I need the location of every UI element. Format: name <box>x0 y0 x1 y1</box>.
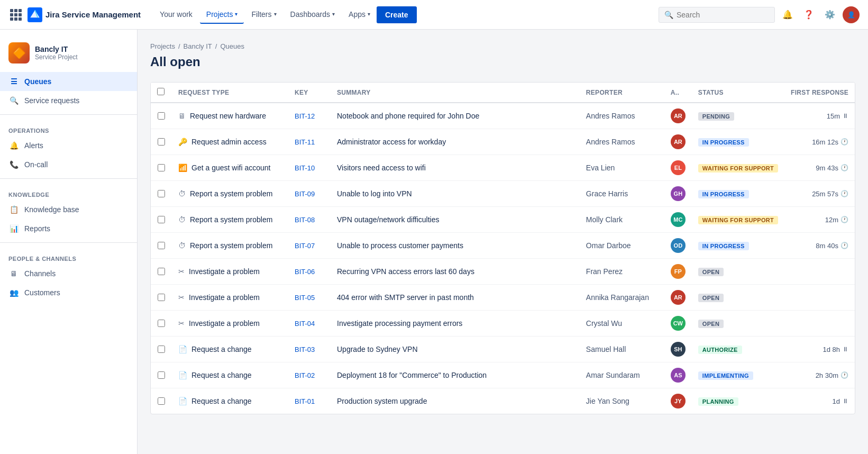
request-type-cell: ⏱ Report a system problem <box>172 207 288 233</box>
row-checkbox-cell <box>151 207 172 233</box>
notifications-button[interactable]: 🔔 <box>779 6 796 23</box>
clock-icon: 🕐 <box>840 164 848 171</box>
row-checkbox[interactable] <box>158 268 165 275</box>
issue-key-link[interactable]: BIT-11 <box>295 138 315 146</box>
reporter-cell: Grace Harris <box>580 181 664 207</box>
row-checkbox[interactable] <box>158 216 165 223</box>
sidebar-item-service-requests[interactable]: 🔍 Service requests <box>0 91 137 110</box>
row-checkbox[interactable] <box>158 346 165 353</box>
row-checkbox[interactable] <box>158 190 165 197</box>
select-all-checkbox[interactable] <box>157 88 165 95</box>
issue-key-link[interactable]: BIT-02 <box>295 371 315 379</box>
status-cell: OPEN <box>692 259 784 285</box>
response-cell <box>784 311 855 337</box>
chevron-down-icon: ▾ <box>235 11 237 17</box>
nav-filters[interactable]: Filters ▾ <box>245 6 282 24</box>
sidebar-item-queues[interactable]: ☰ Queues <box>0 72 137 91</box>
help-button[interactable]: ❓ <box>800 6 817 23</box>
row-checkbox-cell <box>151 337 172 362</box>
sidebar-item-alerts[interactable]: 🔔 Alerts <box>0 136 137 155</box>
status-badge: OPEN <box>698 294 724 302</box>
sidebar-item-knowledge-base[interactable]: 📋 Knowledge base <box>0 200 137 219</box>
response-time: 1d <box>833 397 840 405</box>
nav-dashboards[interactable]: Dashboards ▾ <box>284 6 342 24</box>
assignee-cell: FP <box>664 259 692 285</box>
summary-text: VPN outage/network difficulties <box>337 215 440 224</box>
search-input[interactable] <box>677 11 769 19</box>
issue-key-link[interactable]: BIT-10 <box>295 164 315 172</box>
knowledge-section-label: Knowledge <box>0 183 137 200</box>
search-bar[interactable]: 🔍 <box>659 7 775 23</box>
sidebar-item-label: Channels <box>24 269 56 278</box>
row-checkbox[interactable] <box>158 397 165 405</box>
issue-key-link[interactable]: BIT-05 <box>295 294 315 302</box>
breadcrumb-bancly-it[interactable]: Bancly IT <box>184 42 212 50</box>
status-badge: PENDING <box>698 112 734 121</box>
assignee-cell: MC <box>664 207 692 233</box>
response-cell: 12m🕐 <box>784 207 855 233</box>
assignee-avatar: FP <box>671 264 686 279</box>
user-avatar[interactable]: 👤 <box>843 6 860 23</box>
row-checkbox[interactable] <box>158 164 165 171</box>
summary-cell: VPN outage/network difficulties <box>331 207 580 233</box>
row-checkbox[interactable] <box>158 138 165 146</box>
status-badge: OPEN <box>698 268 724 276</box>
issue-key-link[interactable]: BIT-07 <box>295 242 315 250</box>
response-cell: 15m⏸ <box>784 103 855 129</box>
table-row: ⏱ Report a system problem BIT-08 VPN out… <box>151 207 855 233</box>
response-time: 12m <box>825 216 838 224</box>
app-switcher-button[interactable] <box>8 7 23 22</box>
main-nav: Your work Projects ▾ Filters ▾ Dashboard… <box>153 6 377 24</box>
row-checkbox[interactable] <box>158 294 165 301</box>
assignee-avatar: JY <box>671 394 686 408</box>
issue-key-link[interactable]: BIT-04 <box>295 320 315 328</box>
row-checkbox[interactable] <box>158 112 165 120</box>
request-type-cell: ✂ Investigate a problem <box>172 285 288 311</box>
nav-projects[interactable]: Projects ▾ <box>200 6 244 24</box>
col-header-status: Status <box>692 83 784 103</box>
summary-text: Notebook and phone required for John Doe <box>337 112 479 120</box>
service-requests-icon: 🔍 <box>8 95 19 106</box>
key-cell: BIT-08 <box>288 207 331 233</box>
sidebar-item-channels[interactable]: 🖥 Channels <box>0 264 137 283</box>
request-type-cell: 📶 Get a guest wifi account <box>172 155 288 181</box>
row-checkbox-cell <box>151 388 172 414</box>
create-button[interactable]: Create <box>377 6 417 23</box>
row-checkbox[interactable] <box>158 371 165 379</box>
reporter-text: Eva Lien <box>586 164 615 172</box>
table-row: ✂ Investigate a problem BIT-06 Recurring… <box>151 259 855 285</box>
summary-text: Unable to log into VPN <box>337 189 412 198</box>
issue-key-link[interactable]: BIT-06 <box>295 268 315 276</box>
sidebar-item-reports[interactable]: 📊 Reports <box>0 219 137 238</box>
response-cell: 2h 30m🕐 <box>784 362 855 388</box>
issue-key-link[interactable]: BIT-08 <box>295 216 315 224</box>
table-row: 📄 Request a change BIT-01 Production sys… <box>151 388 855 414</box>
row-checkbox[interactable] <box>158 320 165 327</box>
sidebar-item-label: Queues <box>24 77 51 86</box>
sidebar-item-customers[interactable]: 👥 Customers <box>0 283 137 302</box>
assignee-cell: EL <box>664 155 692 181</box>
summary-cell: Visitors need access to wifi <box>331 155 580 181</box>
issue-key-link[interactable]: BIT-03 <box>295 346 315 353</box>
request-type-icon: 📄 <box>178 371 187 379</box>
pause-icon: ⏸ <box>842 397 848 405</box>
reporter-cell: Molly Clark <box>580 207 664 233</box>
response-time: 15m <box>827 112 840 120</box>
settings-button[interactable]: ⚙️ <box>821 6 838 23</box>
response-cell: 1d⏸ <box>784 388 855 414</box>
app-layout: 🔶 Bancly IT Service Project ☰ Queues 🔍 S… <box>0 30 868 454</box>
issue-key-link[interactable]: BIT-01 <box>295 397 315 405</box>
brand-logo[interactable]: Jira Service Management <box>28 7 141 22</box>
summary-text: Unable to process customer payments <box>337 241 463 250</box>
status-badge: OPEN <box>698 320 724 328</box>
breadcrumb-projects[interactable]: Projects <box>150 42 175 50</box>
assignee-cell: AR <box>664 285 692 311</box>
row-checkbox[interactable] <box>158 242 165 249</box>
issue-key-link[interactable]: BIT-09 <box>295 190 315 198</box>
sidebar-item-on-call[interactable]: 📞 On-call <box>0 155 137 174</box>
nav-apps[interactable]: Apps ▾ <box>342 6 377 24</box>
issue-key-link[interactable]: BIT-12 <box>295 112 315 120</box>
key-cell: BIT-12 <box>288 103 331 129</box>
nav-your-work[interactable]: Your work <box>153 6 199 24</box>
row-checkbox-cell <box>151 181 172 207</box>
